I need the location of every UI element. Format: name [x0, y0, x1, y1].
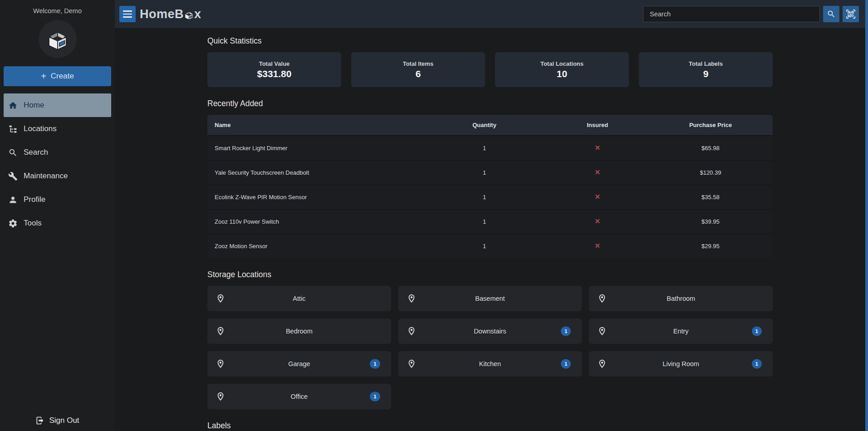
item-name-cell[interactable]: Smart Rocker Light Dimmer — [207, 136, 422, 160]
search-icon — [8, 148, 18, 157]
location-card[interactable]: Living Room 1 — [589, 351, 773, 377]
stat-card: Total Labels 9 — [639, 52, 773, 87]
scrollbar-thumb[interactable] — [865, 0, 868, 431]
sidebar-item-maintenance[interactable]: Maintenance — [4, 164, 111, 188]
qr-scan-button[interactable] — [843, 6, 859, 22]
location-count-badge: 1 — [752, 359, 762, 369]
item-insured-cell: ✕ — [547, 209, 648, 234]
map-pin-icon — [216, 359, 226, 369]
table-row[interactable]: Zooz Motion Sensor 1 ✕ $29.95 — [207, 234, 773, 258]
box-logo-icon — [45, 27, 70, 51]
location-card[interactable]: Office 1 — [207, 384, 391, 409]
location-name: Downstairs — [474, 328, 506, 335]
tree-icon — [8, 124, 18, 134]
location-card[interactable]: Bedroom — [207, 318, 391, 344]
sidebar-item-label: Home — [24, 101, 44, 110]
box-logo-icon-small — [183, 9, 195, 20]
location-card[interactable]: Basement — [398, 286, 582, 311]
table-row[interactable]: Smart Rocker Light Dimmer 1 ✕ $65.98 — [207, 136, 773, 160]
sidebar-item-label: Locations — [24, 124, 57, 133]
storage-locations-title: Storage Locations — [207, 270, 773, 279]
map-pin-icon — [597, 294, 607, 304]
app-title-prefix: HomeB — [140, 7, 184, 21]
item-name-cell[interactable]: Zooz Motion Sensor — [207, 234, 422, 258]
column-header-name[interactable]: Name — [207, 115, 422, 136]
item-name-cell[interactable]: Ecolink Z-Wave PIR Motion Sensor — [207, 185, 422, 209]
item-insured-cell: ✕ — [547, 185, 648, 209]
location-name: Living Room — [662, 360, 699, 367]
sidebar-item-profile[interactable]: Profile — [4, 188, 111, 211]
sidebar-item-label: Tools — [24, 219, 42, 228]
recently-added-title: Recently Added — [207, 99, 773, 108]
item-name-cell[interactable]: Zooz 110v Power Switch — [207, 209, 422, 234]
location-card[interactable]: Kitchen 1 — [398, 351, 582, 377]
home-icon — [8, 101, 18, 110]
page-scrollbar — [865, 0, 868, 431]
location-card[interactable]: Bathroom — [589, 286, 773, 311]
not-insured-icon: ✕ — [594, 144, 600, 152]
header-actions — [643, 6, 859, 22]
create-button[interactable]: + Create — [4, 66, 111, 86]
welcome-text: Welcome, Demo — [0, 0, 115, 15]
item-price-cell: $35.58 — [648, 185, 773, 209]
location-card[interactable]: Downstairs 1 — [398, 318, 582, 344]
qr-scan-icon — [846, 10, 855, 19]
table-row[interactable]: Zooz 110v Power Switch 1 ✕ $39.95 — [207, 209, 773, 234]
map-pin-icon — [597, 359, 607, 369]
map-pin-icon — [407, 359, 417, 369]
search-input[interactable] — [643, 6, 820, 22]
sidebar-item-label: Search — [24, 148, 48, 157]
menu-button[interactable] — [119, 6, 136, 22]
location-name: Basement — [475, 295, 505, 302]
search-button[interactable] — [823, 6, 839, 22]
sidebar-nav: Home Locations Search Maintenance Profil… — [0, 93, 115, 235]
plus-icon: + — [41, 71, 46, 82]
column-header-price[interactable]: Purchase Price — [648, 115, 773, 136]
stat-value: 9 — [703, 69, 709, 79]
item-insured-cell: ✕ — [547, 160, 648, 185]
not-insured-icon: ✕ — [594, 193, 600, 201]
sidebar-item-tools[interactable]: Tools — [4, 211, 111, 235]
sidebar-item-home[interactable]: Home — [4, 93, 111, 117]
item-price-cell: $65.98 — [648, 136, 773, 160]
sign-out-label: Sign Out — [49, 416, 79, 425]
sign-out-button[interactable]: Sign Out — [0, 416, 115, 425]
sidebar-item-label: Maintenance — [24, 171, 68, 181]
table-row[interactable]: Yale Security Touchscreen Deadbolt 1 ✕ $… — [207, 160, 773, 185]
stats-row: Total Value $331.80 Total Items 6 Total … — [207, 52, 773, 87]
table-row[interactable]: Ecolink Z-Wave PIR Motion Sensor 1 ✕ $35… — [207, 185, 773, 209]
stat-label: Total Locations — [540, 60, 584, 67]
item-quantity-cell: 1 — [422, 209, 546, 234]
item-name-cell[interactable]: Yale Security Touchscreen Deadbolt — [207, 160, 422, 185]
map-pin-icon — [407, 294, 417, 304]
item-quantity-cell: 1 — [422, 136, 546, 160]
item-quantity-cell: 1 — [422, 185, 546, 209]
stat-value: 10 — [557, 69, 567, 79]
item-insured-cell: ✕ — [547, 136, 648, 160]
stat-card: Total Value $331.80 — [207, 52, 341, 87]
create-button-label: Create — [51, 72, 74, 81]
location-card[interactable]: Garage 1 — [207, 351, 391, 377]
location-name: Bedroom — [286, 328, 313, 335]
main-content: Quick Statistics Total Value $331.80 Tot… — [115, 28, 865, 431]
sidebar-item-locations[interactable]: Locations — [4, 117, 111, 141]
logout-icon — [35, 416, 44, 425]
location-card[interactable]: Entry 1 — [589, 318, 773, 344]
sidebar: Welcome, Demo + Create Home Locations Se… — [0, 0, 115, 431]
stat-label: Total Labels — [689, 60, 723, 67]
quick-statistics-title: Quick Statistics — [207, 36, 773, 46]
labels-title: Labels — [207, 421, 773, 431]
location-name: Attic — [293, 295, 305, 302]
stat-value: $331.80 — [257, 69, 292, 79]
gear-icon — [8, 219, 18, 228]
item-quantity-cell: 1 — [422, 234, 546, 258]
location-name: Kitchen — [479, 360, 501, 367]
location-count-badge: 1 — [370, 392, 380, 402]
recently-added-table: Name Quantity Insured Purchase Price Sma… — [207, 115, 773, 258]
location-name: Office — [291, 393, 308, 400]
person-icon — [8, 195, 18, 205]
sidebar-item-search[interactable]: Search — [4, 141, 111, 164]
location-card[interactable]: Attic — [207, 286, 391, 311]
column-header-quantity[interactable]: Quantity — [422, 115, 546, 136]
column-header-insured[interactable]: Insured — [547, 115, 648, 136]
